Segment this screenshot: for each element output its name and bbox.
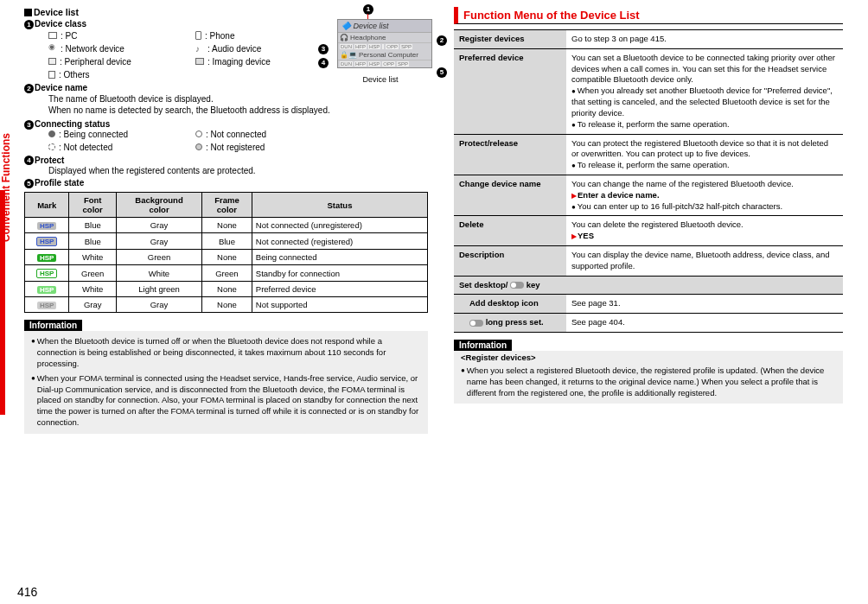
- row-desc-v: You can display the device name, Bluetoo…: [566, 246, 843, 277]
- sub-device-name: Device name: [35, 83, 87, 92]
- fig-sub-1: DUNHFPHSPOPPSPP: [338, 43, 431, 50]
- other-icon: [48, 71, 55, 79]
- function-menu-table: Register devices Go to step 3 on page 41…: [454, 29, 843, 333]
- hsp-icon: HSP: [36, 237, 57, 246]
- sub-protect: Protect: [35, 156, 64, 165]
- num-3: 3: [24, 120, 34, 130]
- row-preferred-k: Preferred device: [454, 48, 566, 134]
- hsp-icon: HSP: [37, 302, 56, 309]
- information-box-left: When the Bluetooth device is turned off …: [24, 331, 428, 434]
- hsp-icon: HSP: [37, 286, 56, 294]
- num-2: 2: [24, 84, 34, 93]
- table-row: HSPBlueGrayBlueNot connected (registered…: [25, 233, 428, 250]
- conn-being-connected: : Being connected: [48, 130, 195, 139]
- info-item: When the Bluetooth device is turned off …: [31, 336, 421, 369]
- imaging-icon: [195, 58, 204, 65]
- information-label: Information: [24, 320, 82, 331]
- callout-2: 2: [437, 35, 447, 46]
- connected-fill-icon: [48, 130, 55, 137]
- row-longpress-k: long press set.: [454, 314, 566, 333]
- sub-connecting-status: Connecting status: [35, 119, 110, 129]
- th-font: Font color: [69, 193, 116, 218]
- not-connected-icon: [195, 130, 202, 137]
- row-change-k: Change device name: [454, 175, 566, 215]
- function-menu-header: Function Menu of the Device List: [454, 7, 843, 24]
- row-add-desktop-v: See page 31.: [566, 295, 843, 314]
- fig-sub-2: DUNHFPHSPOPPSPP: [338, 60, 431, 67]
- class-others: : Others: [48, 70, 195, 79]
- slider-key-icon: [510, 282, 524, 289]
- table-row: HSPWhiteGreenNoneBeing connected: [25, 250, 428, 265]
- callout-5: 5: [437, 67, 447, 78]
- num-1: 1: [24, 20, 34, 29]
- peripheral-icon: [48, 58, 56, 65]
- side-tab-label: Convenient Functions: [0, 133, 12, 242]
- fig-row-2: 🔒💻 Personal Computer: [338, 50, 431, 60]
- device-name-desc2: When no name is detected by search, the …: [48, 105, 428, 116]
- protect-desc: Displayed when the registered contents a…: [48, 165, 428, 176]
- hsp-icon: HSP: [37, 222, 56, 230]
- info-subhead: <Register devices>: [461, 353, 836, 364]
- callout-3: 3: [318, 44, 329, 54]
- information-label-right: Information: [454, 340, 512, 351]
- conn-not-connected: : Not connected: [195, 130, 342, 139]
- row-preferred-v: You can set a Bluetooth device to be con…: [566, 48, 843, 134]
- network-icon: [48, 44, 57, 53]
- device-list-figure: 1 🔷 Device list 🎧 Headphone DUNHFPHSPOPP…: [320, 19, 441, 84]
- fig-row-1: 🎧 Headphone: [338, 33, 431, 43]
- pc-icon: [48, 32, 57, 39]
- fig-title: 🔷 Device list: [338, 20, 431, 33]
- profile-state-table: Mark Font color Background color Frame c…: [24, 192, 428, 313]
- callout-1: 1: [363, 4, 373, 15]
- phone-icon: [195, 31, 201, 40]
- row-delete-k: Delete: [454, 216, 566, 246]
- hsp-icon: HSP: [36, 269, 57, 278]
- row-change-v: You can change the name of the registere…: [566, 175, 843, 215]
- page-number: 416: [17, 585, 37, 599]
- num-4: 4: [24, 156, 34, 165]
- conn-not-registered: : Not registered: [195, 143, 342, 152]
- figure-caption: Device list: [320, 75, 441, 84]
- slider-key-icon: [469, 320, 483, 327]
- class-peripheral: : Peripheral device: [48, 57, 195, 67]
- information-box-right: <Register devices> When you select a reg…: [454, 351, 843, 404]
- table-row: HSPGreenWhiteGreenStandby for connection: [25, 265, 428, 282]
- callout-4: 4: [318, 58, 329, 68]
- not-registered-icon: [195, 143, 202, 150]
- info-item: When your FOMA terminal is connected usi…: [31, 373, 421, 429]
- table-row: HSPGrayGrayNoneNot supported: [25, 297, 428, 313]
- hsp-icon: HSP: [37, 254, 56, 262]
- class-pc: : PC: [48, 31, 195, 41]
- not-detected-icon: [48, 143, 55, 150]
- th-status: Status: [252, 193, 427, 218]
- sub-profile-state: Profile state: [35, 178, 84, 188]
- th-bg: Background color: [116, 193, 201, 218]
- table-row: HSPWhiteLight greenNonePreferred device: [25, 282, 428, 297]
- th-frame: Frame color: [202, 193, 252, 218]
- row-desc-k: Description: [454, 246, 566, 277]
- row-add-desktop-k: Add desktop icon: [454, 295, 566, 314]
- device-name-desc1: The name of Bluetooth device is displaye…: [48, 93, 428, 105]
- info-item: When you select a registered Bluetooth d…: [461, 366, 836, 398]
- row-delete-v: You can delete the registered Bluetooth …: [566, 216, 843, 246]
- conn-not-detected: : Not detected: [48, 143, 195, 152]
- audio-icon: [195, 44, 204, 53]
- row-register-k: Register devices: [454, 30, 566, 49]
- row-register-v: Go to step 3 on page 415.: [566, 30, 843, 49]
- row-protect-k: Protect/release: [454, 134, 566, 175]
- row-longpress-v: See page 404.: [566, 314, 843, 333]
- table-row: HSPBlueGrayNoneNot connected (unregister…: [25, 218, 428, 233]
- row-protect-v: You can protect the registered Bluetooth…: [566, 134, 843, 175]
- num-5: 5: [24, 179, 34, 188]
- th-mark: Mark: [25, 193, 69, 218]
- row-setdesktop: Set desktop/ key: [454, 276, 843, 295]
- class-network: : Network device: [48, 44, 195, 54]
- sub-device-class: Device class: [35, 19, 86, 29]
